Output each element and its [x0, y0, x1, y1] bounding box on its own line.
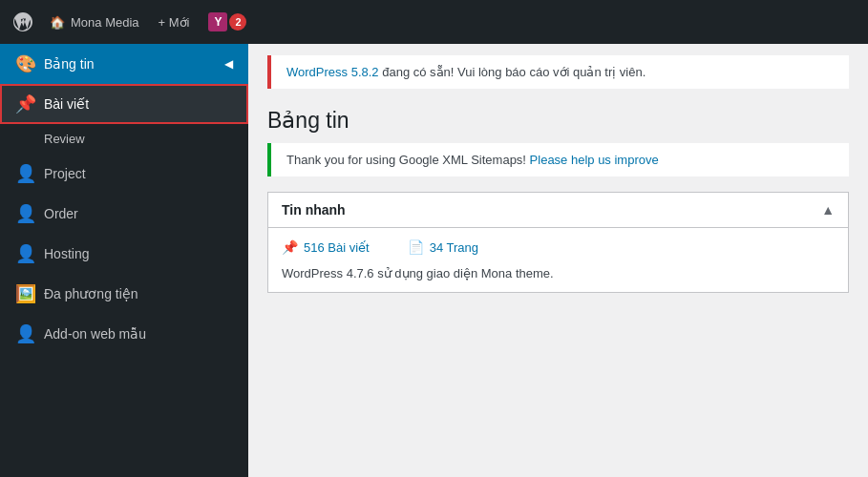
- hosting-icon: 👤: [15, 243, 36, 264]
- pages-stat-icon: 📄: [408, 239, 424, 255]
- tin-nhanh-title: Tin nhanh: [282, 202, 346, 218]
- update-notice-link[interactable]: WordPress 5.8.2: [286, 65, 379, 79]
- update-notice-message: đang có sẵn! Vui lòng báo cáo với quản t…: [379, 65, 646, 79]
- addon-icon: 👤: [15, 323, 36, 344]
- stat-posts[interactable]: 📌 516 Bài viết: [282, 239, 370, 255]
- house-icon: 🏠: [50, 15, 65, 30]
- sidebar-item-label: Bảng tin: [44, 56, 95, 72]
- new-label: + Mới: [159, 15, 190, 30]
- sidebar-item-posts[interactable]: 📌 Bài viết: [0, 84, 248, 124]
- sidebar-item-project[interactable]: 👤 Project: [0, 154, 248, 194]
- page-title: Bảng tin: [248, 89, 868, 143]
- yoast-icon: Y: [208, 12, 227, 31]
- sidebar: 🎨 Bảng tin ◀ 📌 Bài viết Review 👤 Project…: [0, 44, 248, 477]
- sidebar-item-label: Add-on web mẫu: [44, 326, 146, 342]
- media-icon: 🖼️: [15, 283, 36, 304]
- thank-notice-link[interactable]: Please help us improve: [530, 153, 659, 167]
- content-area: WordPress 5.8.2 đang có sẵn! Vui lòng bá…: [248, 44, 868, 477]
- posts-stat-icon: 📌: [282, 239, 298, 255]
- stat-pages[interactable]: 📄 34 Trang: [408, 239, 478, 255]
- toggle-icon: ▲: [821, 202, 835, 218]
- tin-nhanh-body: 📌 516 Bài viết 📄 34 Trang WordPress 4.7.…: [268, 228, 848, 292]
- sidebar-item-addon[interactable]: 👤 Add-on web mẫu: [0, 314, 248, 354]
- thank-notice-text: Thank you for using Google XML Sitemaps!: [286, 153, 530, 167]
- sidebar-item-label: Bài viết: [44, 96, 89, 112]
- posts-icon: 📌: [15, 93, 36, 114]
- sidebar-item-label: Order: [44, 206, 78, 221]
- order-icon: 👤: [15, 203, 36, 224]
- tin-nhanh-section: Tin nhanh ▲ 📌 516 Bài viết 📄 34 Trang Wo…: [267, 192, 849, 293]
- review-label: Review: [44, 132, 85, 146]
- sidebar-item-order[interactable]: 👤 Order: [0, 194, 248, 234]
- thank-you-notice: Thank you for using Google XML Sitemaps!…: [267, 143, 849, 176]
- project-icon: 👤: [15, 163, 36, 184]
- sidebar-item-label: Project: [44, 166, 86, 181]
- sidebar-item-label: Đa phương tiện: [44, 286, 138, 301]
- pages-stat-label: 34 Trang: [430, 240, 478, 255]
- wordpress-logo[interactable]: [8, 7, 38, 37]
- main-layout: 🎨 Bảng tin ◀ 📌 Bài viết Review 👤 Project…: [0, 44, 868, 477]
- yoast-menu[interactable]: Y 2: [201, 9, 254, 35]
- stats-row: 📌 516 Bài viết 📄 34 Trang: [282, 239, 835, 255]
- site-name-label: Mona Media: [71, 15, 139, 30]
- posts-stat-label: 516 Bài viết: [304, 240, 370, 255]
- top-bar: 🏠 Mona Media + Mới Y 2: [0, 0, 868, 44]
- chevron-icon: ◀: [224, 57, 233, 71]
- dashboard-icon: 🎨: [15, 53, 36, 74]
- tin-nhanh-header[interactable]: Tin nhanh ▲: [268, 193, 848, 228]
- sidebar-item-hosting[interactable]: 👤 Hosting: [0, 234, 248, 274]
- sidebar-item-dashboard[interactable]: 🎨 Bảng tin ◀: [0, 44, 248, 84]
- new-button[interactable]: + Mới: [151, 11, 198, 33]
- notification-badge: 2: [229, 13, 246, 31]
- site-name-link[interactable]: 🏠 Mona Media: [42, 11, 147, 33]
- sidebar-item-label: Hosting: [44, 246, 89, 261]
- sidebar-item-media[interactable]: 🖼️ Đa phương tiện: [0, 274, 248, 314]
- sidebar-item-review[interactable]: Review: [0, 124, 248, 154]
- update-notice: WordPress 5.8.2 đang có sẵn! Vui lòng bá…: [267, 55, 849, 89]
- tin-nhanh-footer-text: WordPress 4.7.6 sử dụng giao diện Mona t…: [282, 266, 835, 280]
